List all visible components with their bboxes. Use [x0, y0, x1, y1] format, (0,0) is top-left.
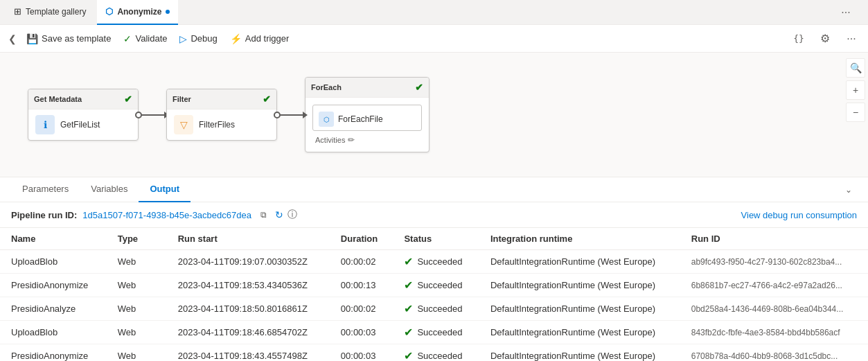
cell-name: PresidioAnalyze	[0, 297, 107, 321]
tab-template-gallery[interactable]: ⊞ Template gallery	[6, 0, 94, 25]
cell-run-start: 2023-04-11T09:19:07.0030352Z	[167, 250, 330, 274]
cell-status: ✔ Succeeded	[393, 321, 479, 344]
success-check-icon-foreach: ✔	[415, 82, 423, 93]
status-label: Succeeded	[417, 351, 462, 361]
code-view-button[interactable]: {}	[788, 28, 810, 50]
settings-button[interactable]: ⚙	[814, 28, 836, 50]
cell-type: Web	[107, 274, 167, 297]
tab-parameters[interactable]: Parameters	[11, 177, 80, 202]
cell-type: Web	[107, 321, 167, 344]
connector-line-1	[139, 114, 166, 116]
tab-output[interactable]: Output	[139, 177, 191, 202]
cell-duration: 00:00:03	[330, 344, 393, 362]
cell-status: ✔ Succeeded	[393, 344, 479, 362]
pipeline-container: Get Metadata ✔ ℹ GetFileList Filter ✔ ▽ …	[0, 53, 868, 177]
status-label: Succeeded	[417, 256, 462, 267]
table-row[interactable]: UploadBlob Web 2023-04-11T09:18:46.68547…	[0, 321, 868, 344]
add-trigger-button[interactable]: ⚡ Add trigger	[224, 30, 295, 47]
connector-dot-2	[274, 112, 281, 118]
cell-status: ✔ Succeeded	[393, 250, 479, 274]
cell-run-start: 2023-04-11T09:18:53.4340536Z	[167, 274, 330, 297]
node-label-filterfiles: FilterFiles	[199, 120, 235, 130]
cell-duration: 00:00:03	[330, 321, 393, 344]
cell-integration-runtime: DefaultIntegrationRuntime (West Europe)	[479, 321, 680, 344]
cell-name: PresidioAnonymize	[0, 344, 107, 362]
cell-run-id: 6b8681b7-ec27-4766-a4c2-e97a2ad26...	[680, 274, 868, 297]
cell-type: Web	[107, 250, 167, 274]
copy-run-id-button[interactable]: ⧉	[257, 208, 271, 222]
activity-table: Name Type Run start Duration Status Inte…	[0, 228, 868, 361]
run-id-value[interactable]: 1d5a1507-f071-4938-b45e-3acbedc67dea	[82, 210, 251, 220]
get-metadata-node[interactable]: Get Metadata ✔ ℹ GetFileList	[28, 89, 139, 141]
cell-type: Web	[107, 344, 167, 362]
success-check-icon: ✔	[124, 94, 132, 105]
table-row[interactable]: PresidioAnonymize Web 2023-04-11T09:18:4…	[0, 344, 868, 362]
status-label: Succeeded	[417, 327, 462, 337]
canvas-area[interactable]: Get Metadata ✔ ℹ GetFileList Filter ✔ ▽ …	[0, 53, 868, 177]
tab-bar: ⊞ Template gallery ⬡ Anonymize ···	[0, 0, 868, 25]
activities-row: Activities ✏	[312, 135, 422, 145]
col-status: Status	[393, 228, 479, 250]
col-run-id: Run ID	[680, 228, 868, 250]
foreach-sub-icon: ⬡	[319, 112, 334, 127]
tab-anonymize[interactable]: ⬡ Anonymize	[97, 0, 178, 25]
cell-name: UploadBlob	[0, 250, 107, 274]
panel-collapse-btn[interactable]: ⌄	[840, 182, 857, 198]
debug-button[interactable]: ▷ Debug	[174, 30, 222, 47]
node-body-get-metadata: ℹ GetFileList	[28, 109, 138, 140]
panel-tabs-left: Parameters Variables Output	[11, 177, 191, 202]
bottom-panel: Parameters Variables Output ⌄ Pipeline r…	[0, 177, 868, 361]
tab-label: Anonymize	[117, 7, 161, 17]
connector-dot-1	[135, 112, 142, 118]
table-row[interactable]: PresidioAnalyze Web 2023-04-11T09:18:50.…	[0, 297, 868, 321]
info-icon: ⓘ	[287, 209, 297, 221]
col-duration: Duration	[330, 228, 393, 250]
cell-duration: 00:00:02	[330, 297, 393, 321]
save-as-template-button[interactable]: 💾 Save as template	[21, 30, 116, 47]
foreach-sub-node[interactable]: ⬡ ForEachFile	[312, 105, 422, 131]
view-debug-link[interactable]: View debug run consumption	[741, 210, 857, 220]
debug-icon: ▷	[179, 33, 187, 44]
cell-run-id: 0bd258a4-1436-4469-808b-6ea04b344...	[680, 297, 868, 321]
cell-duration: 00:00:13	[330, 274, 393, 297]
cell-integration-runtime: DefaultIntegrationRuntime (West Europe)	[479, 274, 680, 297]
toolbar-right: {} ⚙ ···	[788, 28, 862, 50]
status-success-icon: ✔	[404, 326, 413, 339]
cell-status: ✔ Succeeded	[393, 297, 479, 321]
foreach-node[interactable]: ForEach ✔ ⬡ ForEachFile Activities ✏	[305, 77, 429, 152]
tab-bar-right: ···	[835, 1, 862, 24]
chevron-left-button[interactable]: ❮	[6, 30, 19, 47]
cell-run-start: 2023-04-11T09:18:46.6854702Z	[167, 321, 330, 344]
refresh-icon: ↻	[275, 209, 283, 220]
status-success-icon: ✔	[404, 279, 413, 292]
table-row[interactable]: PresidioAnonymize Web 2023-04-11T09:18:5…	[0, 274, 868, 297]
filter-node[interactable]: Filter ✔ ▽ FilterFiles	[166, 89, 277, 141]
toolbar: ❮ 💾 Save as template ✓ Validate ▷ Debug …	[0, 25, 868, 53]
search-canvas-button[interactable]: 🔍	[846, 58, 865, 78]
run-info-left: Pipeline run ID: 1d5a1507-f071-4938-b45e…	[11, 208, 297, 222]
more-options-button[interactable]: ···	[835, 1, 857, 24]
success-check-icon-filter: ✔	[263, 94, 271, 105]
canvas-tools: 🔍 + −	[843, 53, 868, 177]
tab-dot	[166, 10, 170, 14]
tab-label: Template gallery	[26, 7, 86, 17]
zoom-in-button[interactable]: +	[846, 80, 865, 100]
validate-button[interactable]: ✓ Validate	[118, 30, 172, 47]
status-label: Succeeded	[417, 280, 462, 290]
more-options-toolbar-button[interactable]: ···	[840, 28, 862, 50]
run-info-icons: ⧉ ↻ ⓘ	[257, 208, 297, 222]
node-body-filter: ▽ FilterFiles	[167, 109, 276, 140]
zoom-out-button[interactable]: −	[846, 103, 865, 122]
table-row[interactable]: UploadBlob Web 2023-04-11T09:19:07.00303…	[0, 250, 868, 274]
run-info-bar: Pipeline run ID: 1d5a1507-f071-4938-b45e…	[0, 202, 868, 228]
col-run-start: Run start	[167, 228, 330, 250]
node-header-filter: Filter ✔	[167, 89, 276, 109]
tab-variables[interactable]: Variables	[80, 177, 139, 202]
table-header-row: Name Type Run start Duration Status Inte…	[0, 228, 868, 250]
edit-icon[interactable]: ✏	[348, 135, 355, 145]
node-header-label-filter: Filter	[172, 95, 191, 103]
panel-tabs: Parameters Variables Output ⌄	[0, 177, 868, 202]
table-container[interactable]: Name Type Run start Duration Status Inte…	[0, 228, 868, 361]
cell-name: UploadBlob	[0, 321, 107, 344]
activities-label: Activities	[315, 136, 345, 144]
